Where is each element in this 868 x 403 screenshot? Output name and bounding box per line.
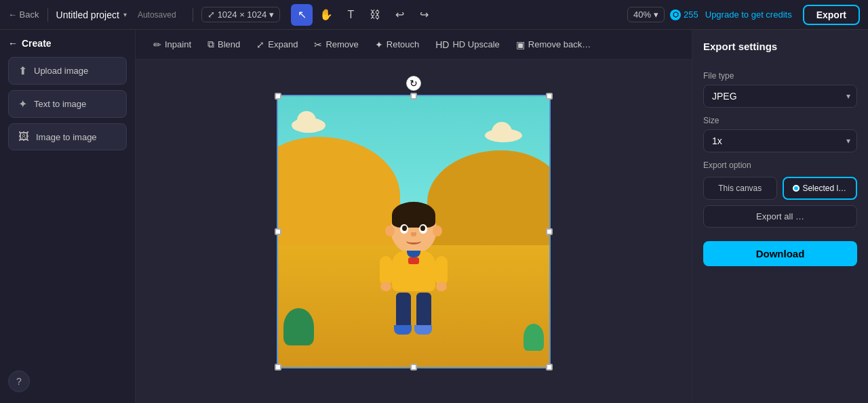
header-divider-1 — [47, 8, 48, 22]
size-label: Size — [703, 116, 857, 125]
text-to-image-button[interactable]: ✦ Text to image — [8, 90, 127, 118]
blend-icon: ⧉ — [208, 39, 214, 50]
remove-back-tool-button[interactable]: ▣ Remove back… — [509, 36, 597, 54]
edit-toolbar: ↖ ✋ T ⛓ ↩ ↪ — [291, 4, 435, 26]
canvas-size-chevron-icon: ▾ — [269, 9, 274, 20]
zoom-chevron-icon: ▾ — [654, 9, 658, 20]
autosaved-label: Autosaved — [138, 10, 176, 20]
retouch-icon: ✦ — [375, 39, 383, 50]
character-leg-left — [396, 293, 411, 326]
this-canvas-button[interactable]: This canvas — [703, 177, 777, 200]
zoom-value: 40% — [633, 9, 651, 20]
character-leg-right — [416, 293, 431, 326]
header: ← Back Untitled project ▾ Autosaved ⤢ 10… — [0, 0, 868, 30]
expand-label: Expand — [268, 39, 298, 49]
character-arm-left — [380, 256, 392, 286]
file-type-select[interactable]: JPEG PNG WEBP — [703, 85, 857, 108]
remove-label: Remove — [326, 39, 358, 49]
upgrade-link[interactable]: Upgrade to get credits — [705, 9, 792, 20]
remove-icon: ✂ — [314, 39, 322, 50]
credits-display: ⬡ 255 — [670, 9, 698, 20]
header-divider-2 — [193, 8, 193, 22]
help-button[interactable]: ? — [8, 370, 30, 392]
zoom-control[interactable]: 40% ▾ — [627, 7, 665, 22]
export-panel-title: Export settings — [703, 41, 857, 52]
link-tool-button[interactable]: ⛓ — [364, 4, 386, 26]
back-button[interactable]: ← Back — [8, 9, 39, 20]
canvas-size-control[interactable]: ⤢ 1024 × 1024 ▾ — [201, 7, 281, 22]
character-body — [392, 251, 435, 291]
hand-tool-button[interactable]: ✋ — [315, 4, 337, 26]
cursor-tool-button[interactable]: ↖ — [291, 4, 313, 26]
blend-tool-button[interactable]: ⧉ Blend — [201, 35, 247, 54]
hd-upscale-label: HD Upscale — [452, 39, 499, 49]
create-back-icon: ← — [8, 38, 18, 49]
expand-tool-button[interactable]: ⤢ Expand — [250, 36, 304, 54]
export-panel: Export settings File type JPEG PNG WEBP … — [692, 30, 868, 403]
rotate-handle[interactable]: ↻ — [406, 76, 421, 91]
export-all-label: Export all … — [756, 211, 804, 221]
create-label: Create — [22, 38, 52, 49]
remove-back-icon: ▣ — [516, 39, 525, 50]
export-all-button[interactable]: Export all … — [703, 205, 857, 228]
retouch-label: Retouch — [387, 39, 419, 49]
upload-image-label: Upload image — [34, 66, 88, 76]
character-head — [391, 205, 437, 254]
selected-layer-label: Selected l… — [802, 184, 846, 193]
credits-value: 255 — [684, 9, 698, 20]
canvas-area: ✏ Inpaint ⧉ Blend ⤢ Expand ✂ Remove ✦ Re… — [136, 30, 692, 403]
scene-cloud-2 — [485, 129, 522, 142]
inpaint-label: Inpaint — [165, 39, 191, 49]
character-collar — [407, 251, 420, 257]
download-button[interactable]: Download — [703, 241, 857, 266]
image-to-image-button[interactable]: 🖼 Image to image — [8, 123, 127, 150]
text-to-image-icon: ✦ — [18, 98, 27, 110]
remove-tool-button[interactable]: ✂ Remove — [307, 36, 365, 54]
character-eye-right — [419, 224, 427, 234]
size-select-wrap: 1x 2x 4x ▾ — [703, 129, 857, 152]
canvas-image-container[interactable]: ↻ — [278, 96, 549, 367]
character-arm-right — [435, 256, 448, 286]
undo-button[interactable]: ↩ — [389, 4, 410, 26]
redo-button[interactable]: ↪ — [413, 4, 435, 26]
retouch-tool-button[interactable]: ✦ Retouch — [368, 36, 426, 54]
inpaint-icon: ✏ — [153, 39, 161, 50]
project-title-group: Untitled project ▾ — [56, 9, 127, 20]
project-title[interactable]: Untitled project — [56, 9, 119, 20]
download-label: Download — [756, 248, 805, 259]
selected-layer-radio-icon — [793, 185, 800, 192]
size-select[interactable]: 1x 2x 4x — [703, 129, 857, 152]
leg-right-group — [416, 293, 432, 335]
bush-left — [283, 308, 314, 345]
upload-icon: ⬆ — [18, 64, 27, 77]
bush-right — [524, 324, 544, 351]
upload-image-button[interactable]: ⬆ Upload image — [8, 57, 127, 85]
character-shoe-right — [414, 325, 432, 335]
character-ear-right — [433, 226, 442, 236]
expand-icon: ⤢ — [256, 39, 264, 50]
selected-layer-button[interactable]: Selected l… — [783, 177, 858, 200]
image-to-image-icon: 🖼 — [18, 131, 29, 143]
top-toolbar: ✏ Inpaint ⧉ Blend ⤢ Expand ✂ Remove ✦ Re… — [136, 30, 692, 60]
hd-upscale-tool-button[interactable]: HD HD Upscale — [429, 36, 507, 54]
left-sidebar: ← Create ⬆ Upload image ✦ Text to image … — [0, 30, 136, 403]
text-to-image-label: Text to image — [34, 99, 86, 109]
character-bow — [408, 257, 419, 264]
resize-icon: ⤢ — [208, 9, 215, 20]
project-title-chevron-icon[interactable]: ▾ — [123, 11, 127, 18]
canvas-size-value: 1024 × 1024 — [218, 9, 267, 20]
character-shoe-left — [394, 325, 412, 335]
character-hand-left — [380, 282, 391, 291]
file-type-select-wrap: JPEG PNG WEBP ▾ — [703, 85, 857, 108]
character-legs — [395, 293, 432, 335]
character-hand-right — [436, 282, 447, 291]
help-icon: ? — [16, 376, 22, 387]
text-tool-button[interactable]: T — [340, 4, 361, 26]
hd-upscale-icon: HD — [435, 39, 449, 50]
scene-cloud-1 — [292, 118, 326, 133]
export-option-label: Export option — [703, 161, 857, 170]
export-button[interactable]: Export — [803, 5, 860, 25]
blend-label: Blend — [218, 39, 240, 49]
inpaint-tool-button[interactable]: ✏ Inpaint — [146, 36, 198, 54]
canvas-viewport[interactable]: ↻ — [136, 60, 692, 403]
